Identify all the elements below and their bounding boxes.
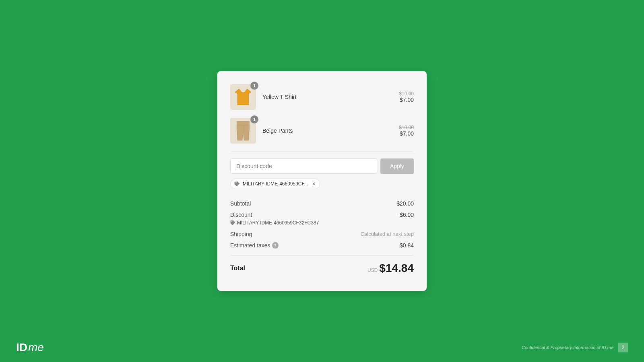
discount-label-block: Discount MILITARY-IDME-4660959CF32FC387	[230, 212, 319, 226]
discount-code-row: Apply	[230, 158, 414, 174]
taxes-help-icon[interactable]: ?	[272, 242, 279, 249]
footer-confidential-text: Confidential & Proprietary Information o…	[522, 345, 613, 350]
applied-coupon-tag: MILITARY-IDME-4660959CF... ×	[230, 179, 320, 189]
footer-right: Confidential & Proprietary Information o…	[522, 343, 628, 352]
coupon-tag-icon	[234, 181, 240, 187]
product-discounted-price-pants: $7.00	[399, 130, 414, 137]
product-badge-pants: 1	[250, 115, 258, 123]
discount-code-block: MILITARY-IDME-4660959CF32FC387	[230, 220, 319, 226]
discount-amount: −$6.00	[396, 212, 414, 218]
total-currency: USD	[367, 267, 378, 273]
total-amount: $14.84	[379, 262, 414, 275]
product-name-tshirt: Yellow T Shirt	[262, 94, 392, 100]
product-original-price-pants: $10.00	[399, 125, 414, 130]
discount-tag-icon	[230, 220, 235, 225]
total-value-block: USD $14.84	[367, 262, 414, 275]
taxes-row: Estimated taxes ? $0.84	[230, 242, 414, 249]
subtotal-row: Subtotal $20.00	[230, 200, 414, 207]
product-discounted-price-tshirt: $7.00	[399, 97, 414, 103]
footer-page-number: 2	[618, 343, 628, 352]
pants-icon	[236, 120, 250, 141]
product-badge-tshirt: 1	[250, 82, 258, 90]
svg-point-3	[231, 221, 232, 222]
apply-button[interactable]: Apply	[380, 158, 414, 174]
discount-row: Discount MILITARY-IDME-4660959CF32FC387 …	[230, 212, 414, 226]
applied-coupon-code: MILITARY-IDME-4660959CF...	[243, 181, 308, 187]
product-prices-tshirt: $10.00 $7.00	[399, 91, 414, 103]
logo-me-text: me	[28, 341, 44, 354]
discount-code-input[interactable]	[230, 158, 377, 174]
product-name-pants: Beige Pants	[262, 128, 392, 134]
product-original-price-tshirt: $10.00	[399, 91, 414, 97]
product-prices-pants: $10.00 $7.00	[399, 125, 414, 137]
shipping-value: Calculated at next step	[361, 231, 414, 237]
divider-2	[230, 255, 414, 255]
product-item-tshirt: 1 Yellow T Shirt $10.00 $7.00	[230, 84, 414, 110]
checkout-card: 1 Yellow T Shirt $10.00 $7.00 1 Beige Pa…	[217, 71, 427, 291]
shipping-row: Shipping Calculated at next step	[230, 231, 414, 237]
shipping-label: Shipping	[230, 231, 252, 237]
logo-id-text: ID	[16, 341, 27, 354]
total-label: Total	[230, 265, 245, 272]
subtotal-label: Subtotal	[230, 200, 251, 207]
total-row: Total USD $14.84	[230, 262, 414, 275]
taxes-label: Estimated taxes ?	[230, 242, 279, 249]
discount-label: Discount	[230, 212, 319, 218]
svg-rect-0	[237, 121, 250, 125]
subtotal-value: $20.00	[396, 200, 414, 207]
order-summary: Subtotal $20.00 Discount MILITARY-IDME-4…	[230, 200, 414, 249]
footer-logo: ID me	[16, 341, 44, 354]
taxes-value: $0.84	[400, 242, 414, 249]
coupon-remove-button[interactable]: ×	[312, 181, 316, 187]
divider-1	[230, 152, 414, 152]
discount-code-detail: MILITARY-IDME-4660959CF32FC387	[237, 220, 319, 226]
product-item-pants: 1 Beige Pants $10.00 $7.00	[230, 118, 414, 144]
product-image-wrapper: 1	[230, 84, 256, 110]
tshirt-icon	[233, 88, 253, 106]
svg-point-2	[235, 182, 236, 183]
product-image-wrapper-pants: 1	[230, 118, 256, 144]
